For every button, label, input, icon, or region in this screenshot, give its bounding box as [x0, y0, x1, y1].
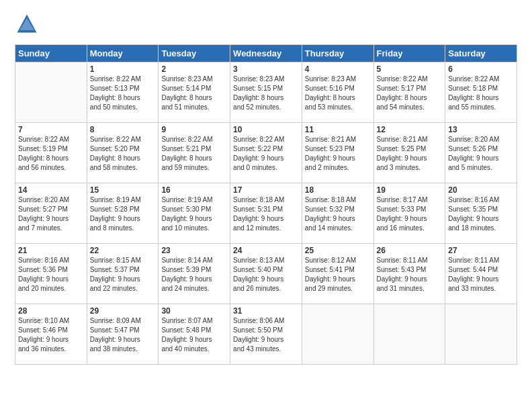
- day-info: Sunrise: 8:19 AM Sunset: 5:30 PM Dayligh…: [161, 195, 227, 233]
- day-info: Sunrise: 8:13 AM Sunset: 5:40 PM Dayligh…: [233, 256, 299, 293]
- day-cell: 9Sunrise: 8:22 AM Sunset: 5:21 PM Daylig…: [159, 123, 230, 183]
- day-number: 26: [377, 246, 443, 255]
- day-info: Sunrise: 8:22 AM Sunset: 5:20 PM Dayligh…: [90, 135, 156, 173]
- day-cell: [445, 304, 517, 365]
- day-info: Sunrise: 8:22 AM Sunset: 5:18 PM Dayligh…: [448, 75, 514, 112]
- logo: [15, 12, 42, 36]
- day-info: Sunrise: 8:21 AM Sunset: 5:23 PM Dayligh…: [305, 135, 371, 173]
- day-cell: 31Sunrise: 8:06 AM Sunset: 5:50 PM Dayli…: [230, 304, 302, 365]
- day-number: 17: [233, 185, 299, 195]
- day-cell: 27Sunrise: 8:11 AM Sunset: 5:44 PM Dayli…: [445, 244, 517, 304]
- day-info: Sunrise: 8:15 AM Sunset: 5:37 PM Dayligh…: [90, 256, 156, 293]
- header-cell-thursday: Thursday: [302, 45, 373, 62]
- day-info: Sunrise: 8:14 AM Sunset: 5:39 PM Dayligh…: [161, 256, 227, 293]
- day-number: 25: [305, 246, 371, 255]
- day-cell: [15, 62, 87, 123]
- day-cell: 17Sunrise: 8:18 AM Sunset: 5:31 PM Dayli…: [230, 183, 302, 244]
- day-cell: 22Sunrise: 8:15 AM Sunset: 5:37 PM Dayli…: [87, 244, 159, 304]
- week-row-3: 14Sunrise: 8:20 AM Sunset: 5:27 PM Dayli…: [15, 183, 517, 244]
- day-cell: 7Sunrise: 8:22 AM Sunset: 5:19 PM Daylig…: [15, 123, 87, 183]
- day-info: Sunrise: 8:16 AM Sunset: 5:36 PM Dayligh…: [18, 256, 84, 293]
- calendar-table: SundayMondayTuesdayWednesdayThursdayFrid…: [15, 44, 517, 365]
- day-number: 16: [161, 185, 227, 195]
- day-info: Sunrise: 8:23 AM Sunset: 5:16 PM Dayligh…: [305, 75, 371, 112]
- day-number: 15: [90, 185, 156, 195]
- day-cell: 5Sunrise: 8:22 AM Sunset: 5:17 PM Daylig…: [373, 62, 445, 123]
- day-number: 6: [448, 64, 514, 74]
- day-cell: 2Sunrise: 8:23 AM Sunset: 5:14 PM Daylig…: [159, 62, 230, 123]
- day-number: 22: [90, 246, 156, 255]
- day-info: Sunrise: 8:23 AM Sunset: 5:14 PM Dayligh…: [161, 75, 227, 112]
- day-number: 7: [18, 125, 84, 134]
- day-cell: 30Sunrise: 8:07 AM Sunset: 5:48 PM Dayli…: [159, 304, 230, 365]
- day-number: 28: [18, 306, 84, 316]
- day-number: 8: [90, 125, 156, 134]
- day-cell: 12Sunrise: 8:21 AM Sunset: 5:25 PM Dayli…: [373, 123, 445, 183]
- day-number: 13: [448, 125, 514, 134]
- day-number: 23: [161, 246, 227, 255]
- day-number: 27: [448, 246, 514, 255]
- day-number: 30: [161, 306, 227, 316]
- day-number: 1: [90, 64, 156, 74]
- day-number: 11: [305, 125, 371, 134]
- week-row-5: 28Sunrise: 8:10 AM Sunset: 5:46 PM Dayli…: [15, 304, 517, 365]
- day-number: 3: [233, 64, 299, 74]
- day-cell: 23Sunrise: 8:14 AM Sunset: 5:39 PM Dayli…: [159, 244, 230, 304]
- day-info: Sunrise: 8:22 AM Sunset: 5:19 PM Dayligh…: [18, 135, 84, 173]
- day-info: Sunrise: 8:06 AM Sunset: 5:50 PM Dayligh…: [233, 316, 299, 354]
- day-cell: 10Sunrise: 8:22 AM Sunset: 5:22 PM Dayli…: [230, 123, 302, 183]
- header-cell-monday: Monday: [87, 45, 159, 62]
- day-cell: 29Sunrise: 8:09 AM Sunset: 5:47 PM Dayli…: [87, 304, 159, 365]
- day-number: 20: [448, 185, 514, 195]
- day-number: 4: [305, 64, 371, 74]
- header-cell-sunday: Sunday: [15, 45, 87, 62]
- day-number: 9: [161, 125, 227, 134]
- day-info: Sunrise: 8:20 AM Sunset: 5:26 PM Dayligh…: [448, 135, 514, 173]
- day-info: Sunrise: 8:09 AM Sunset: 5:47 PM Dayligh…: [90, 316, 156, 354]
- day-cell: 26Sunrise: 8:11 AM Sunset: 5:43 PM Dayli…: [373, 244, 445, 304]
- day-info: Sunrise: 8:22 AM Sunset: 5:21 PM Dayligh…: [161, 135, 227, 173]
- day-cell: 13Sunrise: 8:20 AM Sunset: 5:26 PM Dayli…: [445, 123, 517, 183]
- day-number: 29: [90, 306, 156, 316]
- day-number: 12: [377, 125, 443, 134]
- header-row: SundayMondayTuesdayWednesdayThursdayFrid…: [15, 45, 517, 62]
- day-info: Sunrise: 8:16 AM Sunset: 5:35 PM Dayligh…: [448, 195, 514, 233]
- day-info: Sunrise: 8:22 AM Sunset: 5:17 PM Dayligh…: [377, 75, 443, 112]
- day-number: 14: [18, 185, 84, 195]
- page: SundayMondayTuesdayWednesdayThursdayFrid…: [0, 0, 532, 411]
- day-cell: 1Sunrise: 8:22 AM Sunset: 5:13 PM Daylig…: [87, 62, 159, 123]
- week-row-2: 7Sunrise: 8:22 AM Sunset: 5:19 PM Daylig…: [15, 123, 517, 183]
- day-info: Sunrise: 8:10 AM Sunset: 5:46 PM Dayligh…: [18, 316, 84, 354]
- day-info: Sunrise: 8:17 AM Sunset: 5:33 PM Dayligh…: [377, 195, 443, 233]
- day-cell: 4Sunrise: 8:23 AM Sunset: 5:16 PM Daylig…: [302, 62, 373, 123]
- day-number: 10: [233, 125, 299, 134]
- day-cell: [302, 304, 373, 365]
- header-cell-tuesday: Tuesday: [159, 45, 230, 62]
- day-number: 31: [233, 306, 299, 316]
- day-info: Sunrise: 8:19 AM Sunset: 5:28 PM Dayligh…: [90, 195, 156, 233]
- header-cell-wednesday: Wednesday: [230, 45, 302, 62]
- day-number: 18: [305, 185, 371, 195]
- day-info: Sunrise: 8:22 AM Sunset: 5:22 PM Dayligh…: [233, 135, 299, 173]
- day-cell: 16Sunrise: 8:19 AM Sunset: 5:30 PM Dayli…: [159, 183, 230, 244]
- day-cell: 19Sunrise: 8:17 AM Sunset: 5:33 PM Dayli…: [373, 183, 445, 244]
- header: [15, 12, 517, 36]
- day-info: Sunrise: 8:11 AM Sunset: 5:43 PM Dayligh…: [377, 256, 443, 293]
- day-cell: 8Sunrise: 8:22 AM Sunset: 5:20 PM Daylig…: [87, 123, 159, 183]
- day-cell: 20Sunrise: 8:16 AM Sunset: 5:35 PM Dayli…: [445, 183, 517, 244]
- day-cell: 14Sunrise: 8:20 AM Sunset: 5:27 PM Dayli…: [15, 183, 87, 244]
- day-number: 21: [18, 246, 84, 255]
- day-info: Sunrise: 8:20 AM Sunset: 5:27 PM Dayligh…: [18, 195, 84, 233]
- week-row-1: 1Sunrise: 8:22 AM Sunset: 5:13 PM Daylig…: [15, 62, 517, 123]
- day-number: 2: [161, 64, 227, 74]
- day-number: 5: [377, 64, 443, 74]
- day-cell: 11Sunrise: 8:21 AM Sunset: 5:23 PM Dayli…: [302, 123, 373, 183]
- day-info: Sunrise: 8:12 AM Sunset: 5:41 PM Dayligh…: [305, 256, 371, 293]
- logo-icon: [15, 12, 39, 36]
- week-row-4: 21Sunrise: 8:16 AM Sunset: 5:36 PM Dayli…: [15, 244, 517, 304]
- day-number: 19: [377, 185, 443, 195]
- day-info: Sunrise: 8:23 AM Sunset: 5:15 PM Dayligh…: [233, 75, 299, 112]
- day-cell: 3Sunrise: 8:23 AM Sunset: 5:15 PM Daylig…: [230, 62, 302, 123]
- day-cell: [373, 304, 445, 365]
- day-info: Sunrise: 8:18 AM Sunset: 5:31 PM Dayligh…: [233, 195, 299, 233]
